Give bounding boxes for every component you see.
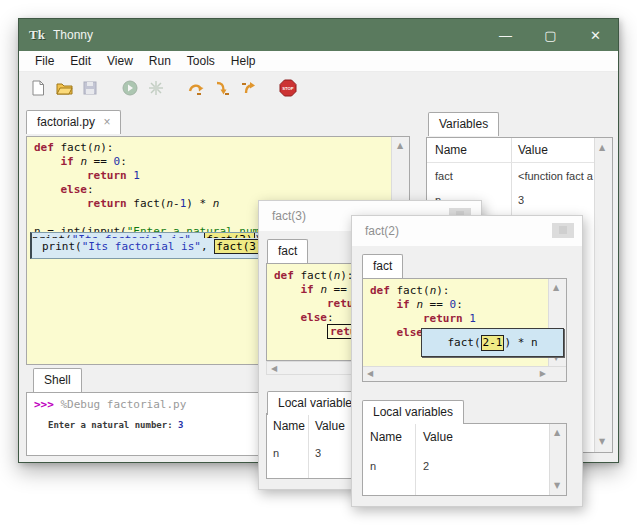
evaluation-box: fact(2-1) * n — [421, 328, 564, 357]
save-file-icon[interactable] — [81, 79, 99, 97]
editor-tab-label: factorial.py — [37, 115, 95, 129]
tab-shell[interactable]: Shell — [33, 368, 82, 392]
var-name: fact — [435, 170, 453, 182]
toolbar-separator — [173, 88, 187, 89]
window-title: Thonny — [53, 28, 93, 42]
tab-factorial-py[interactable]: factorial.py × — [26, 110, 121, 134]
menu-edit[interactable]: Edit — [62, 52, 99, 70]
run-icon[interactable] — [121, 79, 139, 97]
restore-icon — [559, 226, 567, 234]
var-value: 3 — [518, 194, 524, 206]
step-into-icon[interactable] — [213, 79, 231, 97]
var-value: 3 — [315, 447, 321, 459]
locals-pane: Name Value n 2 ▲ ▼ — [362, 423, 567, 496]
thonny-app-icon: Tk — [28, 26, 46, 44]
col-name: Name — [370, 430, 402, 444]
frame-titlebar[interactable]: fact(2) — [352, 216, 582, 246]
toolbar: STOP — [19, 72, 618, 104]
col-value: Value — [315, 419, 345, 433]
scroll-down-icon[interactable]: ▼ — [554, 482, 560, 490]
stop-label: STOP — [282, 86, 294, 91]
variables-tab-label: Variables — [439, 117, 488, 131]
var-value: <function fact a — [518, 170, 594, 182]
frame-hscrollbar[interactable]: ◀ ▶ — [363, 366, 566, 381]
col-name: Name — [435, 143, 467, 157]
maximize-button[interactable]: ▢ — [528, 19, 573, 51]
toolbar-separator — [107, 88, 121, 89]
locals-tab-label: Local variables — [373, 405, 453, 419]
col-value: Value — [518, 143, 548, 157]
variables-vscrollbar[interactable]: ▲ ▼ — [594, 138, 612, 452]
frame-tab-label: fact — [278, 244, 297, 258]
frame-tab-label: fact — [373, 259, 392, 273]
scroll-up-icon[interactable]: ▲ — [553, 284, 559, 292]
shell-user-input: 3 — [178, 420, 183, 430]
column-divider — [415, 424, 416, 495]
titlebar[interactable]: Tk Thonny — ▢ ✕ — [19, 19, 618, 51]
screen: Tk Thonny — ▢ ✕ File Edit View Run Tools… — [0, 0, 637, 525]
scroll-up-icon[interactable]: ▲ — [554, 429, 560, 437]
minimize-button[interactable]: — — [483, 19, 528, 51]
eval-post: ) * n — [504, 336, 537, 350]
frame-restore-button[interactable] — [552, 223, 574, 238]
step-out-icon[interactable] — [239, 79, 257, 97]
eval-highlight: 2-1 — [481, 335, 505, 351]
menu-help[interactable]: Help — [223, 52, 264, 70]
stop-icon[interactable]: STOP — [279, 79, 297, 97]
shell-io-line: Enter a natural number: 3 — [48, 420, 183, 430]
shell-command: %Debug factorial.py — [54, 398, 186, 411]
menubar: File Edit View Run Tools Help — [19, 51, 618, 72]
tab-fact[interactable]: fact — [267, 239, 308, 263]
eval-pre: fact( — [447, 336, 480, 350]
step-over-icon[interactable] — [187, 79, 205, 97]
frame-title: fact(2) — [365, 224, 399, 238]
col-name: Name — [273, 419, 305, 433]
var-name: n — [370, 460, 376, 472]
shell-output-text: Enter a natural number: — [48, 420, 178, 430]
menu-tools[interactable]: Tools — [179, 52, 223, 70]
menu-view[interactable]: View — [99, 52, 141, 70]
tab-close-icon[interactable]: × — [103, 115, 110, 129]
tab-variables[interactable]: Variables — [428, 112, 499, 136]
window-controls: — ▢ ✕ — [483, 19, 618, 51]
scroll-right-icon[interactable]: ▶ — [540, 370, 546, 378]
variables-header: Name Value — [427, 138, 595, 163]
tab-local-variables[interactable]: Local variables — [362, 400, 464, 424]
column-divider — [308, 414, 309, 478]
toolbar-separator — [265, 88, 279, 89]
scroll-up-icon[interactable]: ▲ — [599, 144, 605, 152]
menu-file[interactable]: File — [27, 52, 62, 70]
locals-tab-label: Local variables — [278, 396, 358, 410]
new-file-icon[interactable] — [29, 79, 47, 97]
frame-title: fact(3) — [272, 209, 306, 223]
locals-vscrollbar[interactable]: ▲ ▼ — [549, 424, 566, 495]
scroll-down-icon[interactable]: ▼ — [599, 438, 605, 446]
tab-fact[interactable]: fact — [362, 254, 403, 278]
col-value: Value — [423, 430, 453, 444]
close-button[interactable]: ✕ — [573, 19, 618, 51]
scroll-left-icon[interactable]: ◀ — [271, 365, 277, 373]
menu-run[interactable]: Run — [141, 52, 179, 70]
var-value: 2 — [423, 460, 429, 472]
scroll-up-icon[interactable]: ▲ — [397, 142, 403, 150]
frame-window-fact2: fact(2) fact def fact(n): if n == 0: ret… — [351, 215, 583, 507]
shell-command-line: >>> %Debug factorial.py — [34, 398, 186, 411]
scroll-left-icon[interactable]: ◀ — [367, 370, 373, 378]
debug-icon[interactable] — [147, 79, 165, 97]
open-file-icon[interactable] — [55, 79, 73, 97]
var-name: n — [273, 447, 279, 459]
shell-tab-label: Shell — [44, 373, 71, 387]
shell-prompt: >>> — [34, 398, 54, 411]
